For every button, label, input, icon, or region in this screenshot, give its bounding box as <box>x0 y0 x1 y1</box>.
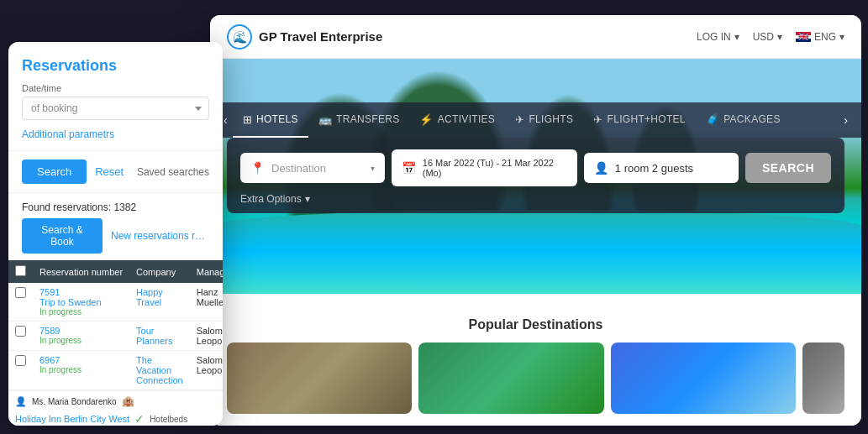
chevron-down-icon: ▾ <box>371 164 375 173</box>
tab-flight-hotel[interactable]: ✈ FLIGHT+HOTEL <box>583 102 696 138</box>
destination-card[interactable] <box>611 342 796 414</box>
row-checkbox[interactable] <box>15 355 26 366</box>
panel-actions: Search Reset Saved searches <box>8 151 223 193</box>
destination-card-partial[interactable] <box>802 342 844 414</box>
activities-icon: ⚡ <box>419 113 433 126</box>
tab-hotels[interactable]: ⊞ HOTELS <box>233 102 308 138</box>
saved-searches-link[interactable]: Saved searches <box>137 166 209 178</box>
manager-name: Salomon Leopold <box>197 355 223 375</box>
packages-icon: 🧳 <box>706 113 719 126</box>
reservations-table: Reservation number Company Manager 7591 … <box>8 260 223 390</box>
chevron-down-icon: ▾ <box>839 31 844 43</box>
hotel-name[interactable]: Holiday Inn Berlin City West <box>15 414 129 424</box>
col-reservation-number: Reservation number <box>33 260 129 283</box>
booking-date-select[interactable]: of booking <box>22 97 209 120</box>
dates-field[interactable]: 📅 16 Mar 2022 (Tu) - 21 Mar 2022 (Mo) <box>392 149 577 186</box>
tab-flights[interactable]: ✈ FLIGHTS <box>505 102 583 138</box>
col-manager: Manager <box>190 260 223 283</box>
hotel-icon: ⊞ <box>243 113 252 126</box>
transfers-icon: 🚌 <box>318 113 332 126</box>
destination-card[interactable] <box>418 342 603 414</box>
chevron-down-icon: ▾ <box>305 193 310 205</box>
brand-name: GP Travel Enterprise <box>259 29 382 44</box>
date-time-label: Date/time <box>22 83 209 93</box>
destination-icon: 📍 <box>250 161 265 175</box>
company-name[interactable]: Tour Planners <box>136 326 183 346</box>
popular-destinations-section: Popular Destinations <box>210 304 861 426</box>
reservations-panel: Reservations Date/time of booking Additi… <box>8 42 223 426</box>
table-actions: Search & Book New reservations requ... <box>8 218 223 260</box>
provider-name: Hotelbeds <box>150 415 187 424</box>
person-name: Ms. Maria Bondarenko <box>32 397 117 406</box>
row-checkbox[interactable] <box>15 326 26 337</box>
search-row: 📍 Destination ▾ 📅 16 Mar 2022 (Tu) - 21 … <box>240 149 831 186</box>
row-checkbox[interactable] <box>15 287 26 298</box>
panel-header: Reservations Date/time of booking Additi… <box>8 42 223 151</box>
flight-hotel-icon: ✈ <box>593 113 602 126</box>
nav-next-arrow[interactable]: › <box>839 113 853 127</box>
panel-title: Reservations <box>22 57 209 75</box>
table-row: 6967 In progress The Vacation Connection… <box>8 351 223 390</box>
found-count: Found reservations: 1382 <box>8 193 223 218</box>
login-button[interactable]: LOG IN ▾ <box>697 31 739 43</box>
flag-icon: 🇬🇧 <box>796 32 811 42</box>
reset-button[interactable]: Reset <box>95 165 124 178</box>
tab-packages[interactable]: 🧳 PACKAGES <box>696 102 791 138</box>
flights-icon: ✈ <box>515 113 524 126</box>
company-name[interactable]: The Vacation Connection <box>136 355 183 385</box>
tab-activities[interactable]: ⚡ ACTIVITIES <box>409 102 505 138</box>
travel-portal-window: 🌊 GP Travel Enterprise LOG IN ▾ USD ▾ 🇬🇧… <box>210 15 861 426</box>
search-button[interactable]: Search <box>22 159 87 184</box>
reservation-status: In progress <box>39 336 123 345</box>
destination-card[interactable] <box>227 342 412 414</box>
reservation-number[interactable]: 7591 <box>39 287 123 297</box>
header-right: LOG IN ▾ USD ▾ 🇬🇧 ENG ▾ <box>697 31 844 43</box>
search-book-button[interactable]: Search & Book <box>22 218 103 254</box>
select-all-checkbox[interactable] <box>15 265 26 276</box>
search-button[interactable]: SEARCH <box>745 153 831 183</box>
beach-water <box>210 210 861 294</box>
reservation-destination[interactable]: Trip to Sweden <box>39 297 123 307</box>
detail-row: 👤 Ms. Maria Bondarenko 🏨 Holiday Inn Ber… <box>8 390 223 426</box>
table-row: 7589 In progress Tour Planners Salomon L… <box>8 322 223 351</box>
rooms-field[interactable]: 👤 1 room 2 guests <box>584 153 739 183</box>
reservation-number[interactable]: 7589 <box>39 326 123 336</box>
destination-field[interactable]: 📍 Destination ▾ <box>240 153 385 183</box>
additional-params-link[interactable]: Additional parametrs <box>22 128 209 140</box>
search-form: 📍 Destination ▾ 📅 16 Mar 2022 (Tu) - 21 … <box>227 138 844 213</box>
chevron-down-icon: ▾ <box>734 31 739 43</box>
col-company: Company <box>129 260 190 283</box>
tab-transfers[interactable]: 🚌 TRANSFERS <box>308 102 410 138</box>
manager-name: Hanz Mueller <box>197 287 223 307</box>
person-icon: 👤 <box>594 161 608 175</box>
check-icon: ✓ <box>134 412 145 426</box>
hero-area: ‹ ⊞ HOTELS 🚌 TRANSFERS ⚡ ACTIVITIES ✈ FL… <box>210 59 861 294</box>
person-icon: 👤 <box>15 396 27 407</box>
language-button[interactable]: 🇬🇧 ENG ▾ <box>796 31 844 43</box>
table-row: 7591 Trip to Sweden In progress Happy Tr… <box>8 283 223 322</box>
select-all-header <box>8 260 33 283</box>
calendar-icon: 📅 <box>402 161 416 175</box>
brand-logo: 🌊 GP Travel Enterprise <box>227 24 382 50</box>
reservation-number[interactable]: 6967 <box>39 355 123 365</box>
travel-header: 🌊 GP Travel Enterprise LOG IN ▾ USD ▾ 🇬🇧… <box>210 15 861 59</box>
currency-button[interactable]: USD ▾ <box>753 31 782 43</box>
nav-tabs-bar: ‹ ⊞ HOTELS 🚌 TRANSFERS ⚡ ACTIVITIES ✈ FL… <box>210 102 861 138</box>
manager-name: Salomon Leopold <box>197 326 223 346</box>
destinations-row <box>227 342 844 414</box>
popular-title: Popular Destinations <box>227 317 844 332</box>
logo-icon: 🌊 <box>227 24 252 50</box>
new-reservations-link[interactable]: New reservations requ... <box>111 230 209 242</box>
reservation-status: In progress <box>39 307 123 316</box>
chevron-down-icon: ▾ <box>777 31 782 43</box>
extra-options-toggle[interactable]: Extra Options ▾ <box>240 193 831 205</box>
hotel-icon: 🏨 <box>122 395 134 407</box>
company-name[interactable]: Happy Travel <box>136 287 183 307</box>
reservation-status: In progress <box>39 365 123 374</box>
